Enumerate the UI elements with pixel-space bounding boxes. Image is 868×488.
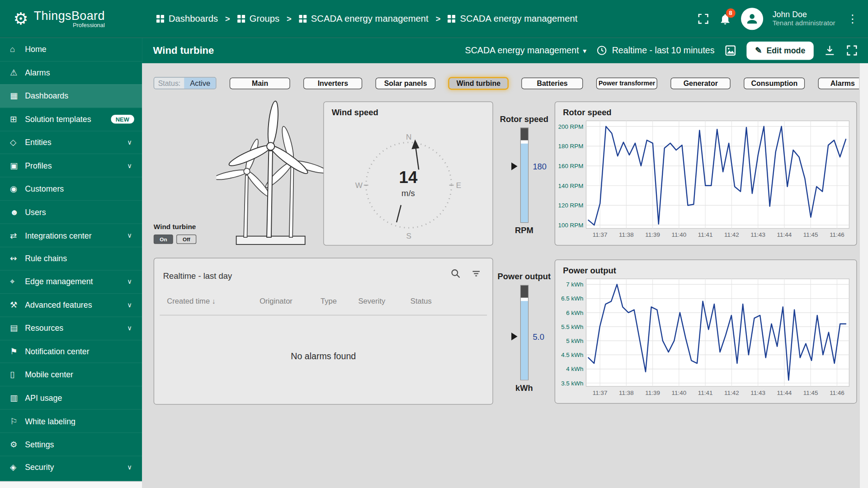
sidebar-item-rule-chains[interactable]: ↭Rule chains: [0, 247, 142, 270]
breadcrumb-item-dashboards[interactable]: Dashboards: [156, 13, 218, 23]
gauge-value: 180: [533, 162, 547, 171]
turbine-on-button[interactable]: On: [154, 235, 173, 244]
sidebar-item-settings[interactable]: ⚙Settings: [0, 432, 142, 455]
svg-text:11:40: 11:40: [672, 389, 687, 396]
svg-text:6 kWh: 6 kWh: [566, 310, 583, 316]
user-info[interactable]: John Doe Tenant administrator: [773, 9, 835, 28]
power-output-line-chart: 11:3711:3811:3911:4011:4111:4211:4311:44…: [558, 278, 853, 401]
avatar[interactable]: [741, 8, 763, 30]
sidebar-item-integrations-center[interactable]: ⇄Integrations center∨: [0, 224, 142, 247]
user-name: John Doe: [773, 9, 835, 19]
turbine-off-button[interactable]: Off: [176, 235, 196, 244]
sidebar-scrollbar[interactable]: [0, 481, 142, 488]
time-window-button[interactable]: Realtime - last 10 minutes: [596, 45, 714, 56]
state-button-row: Status: Active Main Inverters Solar pane…: [154, 77, 867, 89]
thingsboard-logo[interactable]: ⚙ ThingsBoard Professional: [0, 9, 140, 28]
sidebar-item-api-usage[interactable]: ▥API usage: [0, 386, 142, 409]
filter-icon[interactable]: [471, 268, 481, 281]
state-button-inverters[interactable]: Inverters: [303, 77, 362, 89]
search-icon[interactable]: [450, 268, 461, 281]
gauge-value: 5.0: [533, 332, 544, 342]
status-label: Status:: [154, 78, 184, 89]
state-button-batteries[interactable]: Batteries: [522, 77, 583, 89]
sidebar-item-solution-templates[interactable]: ⊞Solution templatesNEW: [0, 108, 142, 131]
sidebar-item-profiles[interactable]: ▣Profiles∨: [0, 154, 142, 177]
white-labeling-icon: ⚐: [10, 416, 25, 426]
person-icon: [745, 12, 759, 26]
fullscreen-icon[interactable]: [697, 13, 709, 25]
customers-icon: ◉: [10, 184, 25, 194]
sidebar-item-security[interactable]: ◈Security∨: [0, 456, 142, 479]
turbine-control-label: Wind turbine: [154, 223, 215, 230]
sidebar-item-users[interactable]: ☻Users: [0, 200, 142, 223]
state-button-main[interactable]: Main: [230, 77, 290, 89]
state-button-wind-turbine[interactable]: Wind turbine: [449, 77, 508, 89]
svg-text:11:46: 11:46: [830, 389, 844, 396]
gauge-units: kWh: [494, 383, 555, 393]
logo-gear-icon: ⚙: [13, 10, 28, 27]
svg-text:11:42: 11:42: [724, 389, 739, 396]
sidebar-item-dashboards[interactable]: ▦Dashboards: [0, 84, 142, 107]
gauge-track[interactable]: 180: [520, 127, 528, 223]
breadcrumb-separator: >: [436, 14, 441, 23]
sidebar-item-advanced-features[interactable]: ⚒Advanced features∨: [0, 293, 142, 316]
dashboard-select[interactable]: SCADA energy management ▾: [465, 46, 587, 56]
widget-title: Power output: [563, 266, 616, 275]
image-export-icon[interactable]: [725, 44, 737, 56]
entities-icon: ◇: [10, 137, 25, 147]
column-header-severity[interactable]: Severity: [359, 297, 386, 305]
sidebar-item-edge-management[interactable]: ⌖Edge management∨: [0, 270, 142, 293]
svg-text:7 kWh: 7 kWh: [566, 281, 583, 288]
svg-text:11:43: 11:43: [750, 389, 765, 396]
state-button-power-transformer[interactable]: Power transformer: [596, 77, 657, 89]
compass-south-label: S: [406, 231, 411, 240]
pencil-icon: ✎: [755, 46, 762, 56]
state-button-generator[interactable]: Generator: [671, 77, 731, 89]
edit-mode-button[interactable]: ✎ Edit mode: [747, 41, 814, 59]
sidebar-item-white-labeling[interactable]: ⚐White labeling: [0, 409, 142, 432]
sidebar-item-alarms[interactable]: ⚠Alarms: [0, 61, 142, 84]
sort-desc-icon: ↓: [212, 297, 216, 305]
state-button-consumption[interactable]: Consumption: [744, 77, 805, 89]
breadcrumb-item-scada-group[interactable]: SCADA energy management: [299, 13, 429, 23]
column-header-created-time[interactable]: Created time ↓: [167, 297, 216, 305]
breadcrumb-item-groups[interactable]: Groups: [237, 13, 279, 23]
svg-text:180 RPM: 180 RPM: [558, 143, 583, 150]
gauge-units: RPM: [494, 225, 555, 235]
alarms-time-window[interactable]: Realtime - last day: [163, 271, 232, 281]
gauge-track[interactable]: 5.0: [520, 285, 528, 380]
sidebar-item-home[interactable]: ⌂Home: [0, 38, 142, 61]
column-header-status[interactable]: Status: [410, 297, 432, 305]
column-header-originator[interactable]: Originator: [259, 297, 292, 305]
chevron-down-icon: ∨: [127, 139, 132, 146]
svg-text:11:38: 11:38: [619, 389, 634, 396]
breadcrumb-item-scada-dashboard[interactable]: SCADA energy management: [448, 13, 577, 23]
chevron-down-icon: ∨: [127, 301, 132, 309]
new-badge: NEW: [111, 115, 134, 124]
user-role: Tenant administrator: [773, 19, 835, 28]
chevron-down-icon: ∨: [127, 231, 132, 239]
column-header-type[interactable]: Type: [321, 297, 337, 305]
sidebar-item-resources[interactable]: ▤Resources∨: [0, 316, 142, 339]
notifications-bell-icon[interactable]: 8: [719, 13, 731, 25]
chevron-down-icon: ∨: [127, 162, 132, 169]
sidebar-item-mobile-center[interactable]: ▯Mobile center: [0, 363, 142, 386]
svg-text:11:42: 11:42: [724, 231, 739, 238]
dashboard-grid-icon: [237, 15, 245, 23]
svg-text:11:39: 11:39: [645, 389, 660, 396]
top-bar-actions: 8 John Doe Tenant administrator ⋮: [697, 0, 860, 38]
svg-text:4.5 kWh: 4.5 kWh: [561, 352, 583, 358]
sidebar-item-entities[interactable]: ◇Entities∨: [0, 131, 142, 154]
gauge-pointer[interactable]: [511, 333, 517, 340]
dashboard-fullscreen-icon[interactable]: [846, 44, 858, 56]
kebab-menu-icon[interactable]: ⋮: [844, 12, 860, 25]
dashboard-toolbar: Wind turbine SCADA energy management ▾ R…: [142, 38, 868, 63]
sidebar-item-customers[interactable]: ◉Customers: [0, 177, 142, 200]
download-icon[interactable]: [824, 44, 836, 56]
state-button-solar-panels[interactable]: Solar panels: [376, 77, 435, 89]
wind-speed-value: 14: [324, 168, 492, 187]
gauge-pointer[interactable]: [511, 162, 517, 170]
gauge-max-zone: [520, 286, 528, 298]
content-scrollbar[interactable]: [859, 63, 868, 488]
sidebar-item-notification-center[interactable]: ⚑Notification center: [0, 340, 142, 363]
